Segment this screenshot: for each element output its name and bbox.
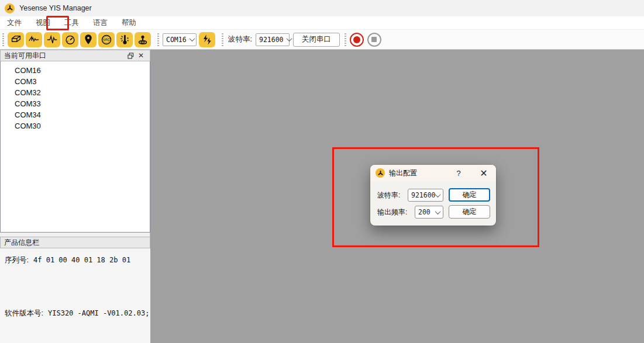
dialog-output-rate-value: 200 — [418, 208, 431, 216]
dialog-help-button[interactable]: ? — [452, 167, 465, 179]
dialog-output-rate-ok-button[interactable]: 确定 — [449, 205, 490, 219]
port-select-value: COM16 — [166, 36, 187, 44]
dialog-baud-select[interactable]: 921600 — [408, 189, 443, 202]
dialog-baud-ok-button[interactable]: 确定 — [449, 188, 490, 202]
port-list-item[interactable]: COM30 — [1, 120, 150, 131]
software-version-value: YIS320 -AQMI -V01.02.03; — [48, 309, 149, 317]
thermometer-icon[interactable] — [116, 32, 133, 47]
menu-view[interactable]: 视图 — [29, 16, 57, 30]
cube-3d-icon[interactable] — [8, 32, 24, 47]
sidebar: 当前可用串口 ✕ COM16 COM3 COM32 COM33 COM34 CO… — [0, 50, 150, 343]
dialog-baud-label: 波特率: — [377, 190, 400, 200]
dialog-close-button[interactable]: ✕ — [477, 167, 490, 179]
toolbar-grip[interactable] — [2, 33, 4, 46]
output-rate-row: 输出频率: — [377, 206, 407, 219]
record-button[interactable] — [350, 33, 364, 47]
utc-clock-icon[interactable]: UTC — [98, 32, 115, 47]
available-ports-panel-header: 当前可用串口 ✕ — [0, 50, 150, 61]
attitude-waveform-icon[interactable] — [26, 32, 42, 47]
joystick-icon[interactable] — [135, 32, 151, 47]
menu-tools[interactable]: 工具 — [57, 16, 86, 30]
content-area: 当前可用串口 ✕ COM16 COM3 COM32 COM33 COM34 CO… — [0, 50, 644, 343]
baud-rate-label: 波特率: — [228, 34, 252, 44]
menu-language[interactable]: 语言 — [86, 16, 115, 30]
product-info-panel-header: 产品信息栏 — [0, 237, 150, 248]
toolbar: UTC COM16 — [0, 30, 644, 50]
product-info-title: 产品信息栏 — [4, 238, 39, 248]
dialog-title-bar[interactable]: 输出配置 ? ✕ — [370, 165, 496, 181]
record-dot-icon — [353, 36, 360, 43]
dialog-logo-icon — [376, 168, 385, 178]
port-list-item[interactable]: COM16 — [1, 65, 150, 76]
window-title: Yesense YIS Manager — [19, 4, 92, 12]
chevron-down-icon — [286, 36, 292, 41]
gauge-icon[interactable] — [62, 32, 78, 47]
workspace: 输出配置 ? ✕ 波特率: 921600 确定 输出频率: 200 确定 — [150, 50, 644, 343]
vibration-waveform-icon[interactable] — [44, 32, 60, 47]
serial-number-label: 序列号: — [5, 255, 29, 265]
port-list-item[interactable]: COM33 — [1, 98, 150, 109]
menu-bar: 文件 视图 工具 语言 帮助 — [0, 16, 644, 30]
refresh-ports-button[interactable] — [199, 32, 215, 47]
port-list[interactable]: COM16 COM3 COM32 COM33 COM34 COM30 — [0, 61, 150, 233]
baud-rate-select[interactable]: 921600 — [256, 33, 290, 46]
toolbar-grip[interactable] — [157, 33, 159, 46]
menu-help[interactable]: 帮助 — [115, 16, 143, 30]
app-logo-icon — [5, 4, 15, 13]
serial-number-row: 序列号: 4f 01 00 40 01 18 2b 01 — [5, 255, 130, 265]
software-version-row: 软件版本号: YIS320 -AQMI -V01.02.03; — [5, 309, 149, 318]
stop-button[interactable] — [367, 33, 381, 47]
port-list-item[interactable]: COM34 — [1, 109, 150, 120]
output-config-dialog: 输出配置 ? ✕ 波特率: 921600 确定 输出频率: 200 确定 — [370, 165, 496, 226]
software-version-label: 软件版本号: — [5, 309, 43, 318]
toolbar-grip[interactable] — [222, 33, 223, 46]
title-bar: Yesense YIS Manager — [0, 0, 644, 16]
available-ports-title: 当前可用串口 — [4, 51, 46, 61]
location-pin-icon[interactable] — [80, 32, 97, 47]
svg-text:UTC: UTC — [104, 38, 109, 41]
chevron-down-icon — [435, 192, 441, 198]
chevron-down-icon — [435, 209, 441, 214]
chevron-down-icon — [189, 36, 195, 41]
toolbar-grip[interactable] — [345, 33, 346, 46]
product-info-body: 序列号: 4f 01 00 40 01 18 2b 01 软件版本号: YIS3… — [0, 248, 150, 343]
stop-square-icon — [371, 37, 377, 42]
menu-file[interactable]: 文件 — [0, 16, 29, 30]
port-select[interactable]: COM16 — [163, 33, 197, 46]
float-panel-button[interactable] — [125, 51, 136, 60]
baud-rate-row: 波特率: — [377, 189, 400, 202]
dialog-output-rate-label: 输出频率: — [377, 207, 407, 217]
dialog-title: 输出配置 — [389, 168, 448, 178]
close-serial-port-button[interactable]: 关闭串口 — [293, 33, 340, 47]
dialog-baud-value: 921600 — [411, 191, 436, 199]
baud-rate-value: 921600 — [259, 36, 284, 44]
port-list-item[interactable]: COM3 — [1, 76, 150, 87]
port-list-item[interactable]: COM32 — [1, 87, 150, 98]
dialog-output-rate-select[interactable]: 200 — [415, 206, 443, 219]
close-panel-button[interactable]: ✕ — [136, 51, 146, 60]
serial-number-value: 4f 01 00 40 01 18 2b 01 — [33, 256, 130, 264]
